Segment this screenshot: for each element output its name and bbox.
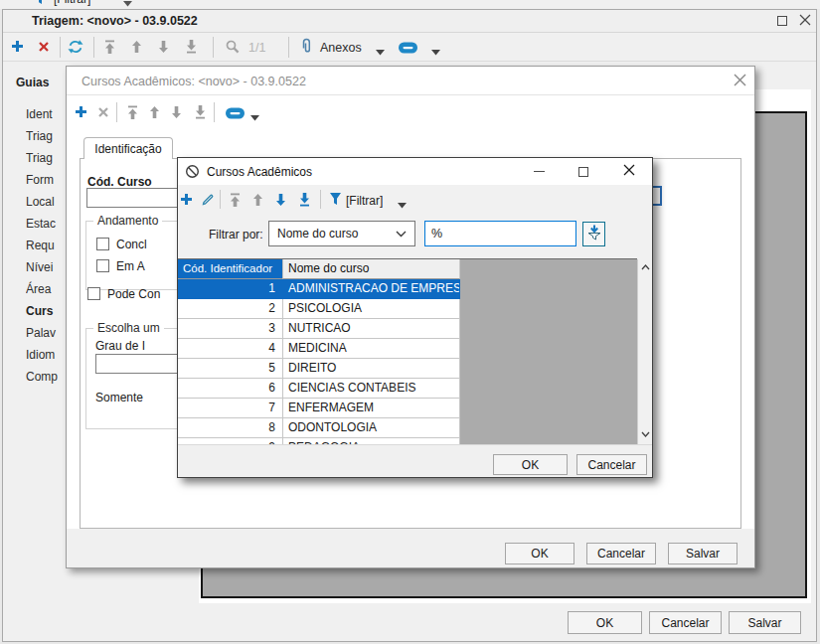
modal-edit-button[interactable]	[201, 193, 215, 210]
em-andamento-checkbox[interactable]	[96, 259, 109, 272]
arrow-down-icon	[170, 105, 183, 122]
scroll-up-button[interactable]	[638, 259, 652, 275]
dialog-save-button[interactable]: Salvar	[668, 543, 738, 564]
andamento-group-label: Andamento	[93, 214, 162, 228]
move-down-button[interactable]	[157, 40, 170, 57]
table-header: Cód. Identificador Nome do curso	[178, 259, 637, 279]
sidebar-item[interactable]: Curs	[26, 300, 68, 322]
arrow-bottom-icon	[185, 40, 198, 57]
chevron-down-icon[interactable]	[431, 45, 440, 59]
sidebar-item[interactable]: Estac	[26, 213, 68, 235]
table-row[interactable]: 7 ENFERMAGEM	[178, 399, 637, 418]
table-row[interactable]: 6 CIENCIAS CONTABEIS	[178, 379, 637, 399]
modal-maximize-button[interactable]	[567, 158, 600, 185]
chevron-down-icon[interactable]	[398, 198, 407, 212]
filter-field-select[interactable]: Nome do curso	[268, 221, 415, 246]
dialog-ok-button[interactable]: OK	[505, 543, 574, 564]
scroll-track[interactable]	[638, 275, 652, 426]
modal-close-button[interactable]	[610, 158, 648, 185]
print-button[interactable]	[398, 41, 418, 58]
background-window-strip: [Filtrar]	[0, 0, 820, 9]
sidebar-item[interactable]: Palav	[26, 322, 68, 344]
sidebar-item[interactable]: Triag	[26, 147, 68, 169]
delete-button[interactable]	[37, 40, 51, 57]
apply-filter-button[interactable]	[582, 222, 605, 246]
chevron-down-icon[interactable]	[250, 110, 259, 124]
dialog-move-down-button[interactable]	[170, 105, 183, 122]
goto-last-button[interactable]	[185, 40, 198, 57]
maximize-button[interactable]	[771, 12, 793, 30]
dialog-close-button[interactable]	[728, 72, 751, 91]
pode-checkbox[interactable]	[87, 287, 100, 300]
dialog-print-button[interactable]	[225, 106, 246, 123]
modal-title: Cursos Acadêmicos	[207, 165, 312, 179]
dialog-cancel-button[interactable]: Cancelar	[586, 543, 656, 564]
sidebar-item[interactable]: Ident	[26, 103, 68, 125]
delete-x-icon	[96, 105, 110, 122]
table-row[interactable]: 8 ODONTOLOGIA	[178, 418, 637, 438]
cell-name: PSICOLOGIA	[283, 299, 460, 319]
anexos-button[interactable]	[300, 38, 313, 58]
courses-table: Cód. Identificador Nome do curso 1 ADMIN…	[178, 258, 637, 448]
toolbar-separator	[220, 190, 221, 209]
dialog-delete-button[interactable]	[96, 105, 110, 122]
chevron-down-icon[interactable]	[376, 45, 385, 59]
anexos-label[interactable]: Anexos	[320, 41, 362, 55]
sidebar-item[interactable]: Form	[26, 169, 68, 191]
cell-name: NUTRICAO	[283, 319, 460, 339]
save-button[interactable]: Salvar	[729, 611, 801, 634]
dialog-goto-first-button[interactable]	[126, 105, 139, 122]
table-row[interactable]: 5 DIREITO	[178, 359, 637, 379]
modal-move-up-button[interactable]	[251, 193, 264, 210]
sidebar-item[interactable]: Requ	[26, 235, 68, 256]
table-scrollbar[interactable]	[637, 259, 652, 444]
concluido-checkbox[interactable]	[96, 238, 109, 250]
goto-first-button[interactable]	[103, 40, 116, 57]
filtrar-label[interactable]: [Filtrar]	[346, 194, 383, 208]
sidebar-item[interactable]: Comp	[26, 366, 68, 388]
dialog-move-up-button[interactable]	[148, 105, 161, 122]
sidebar-item[interactable]: Local	[26, 191, 68, 213]
col-header-name[interactable]: Nome do curso	[283, 259, 460, 279]
paperclip-icon	[300, 38, 313, 58]
cell-id: 5	[178, 359, 283, 379]
sidebar-item[interactable]: Nívei	[26, 256, 68, 278]
cell-name: CIENCIAS CONTABEIS	[283, 379, 460, 399]
modal-ok-button[interactable]: OK	[493, 454, 568, 475]
table-row[interactable]: 3 NUTRICAO	[178, 319, 637, 339]
modal-add-button[interactable]	[179, 192, 194, 210]
cell-id: 6	[178, 379, 283, 399]
cancel-button[interactable]: Cancelar	[649, 611, 722, 634]
table-row[interactable]: 1 ADMINISTRACAO DE EMPRESAS	[178, 279, 637, 299]
sidebar-item[interactable]: Área	[26, 278, 68, 300]
table-row[interactable]: 2 PSICOLOGIA	[178, 299, 637, 319]
scroll-down-button[interactable]	[638, 426, 652, 442]
modal-filter-button[interactable]	[329, 192, 342, 209]
filter-query-input[interactable]	[424, 221, 576, 246]
arrow-top-icon	[229, 193, 242, 210]
plus-icon	[10, 39, 25, 57]
tab-identificacao[interactable]: Identificação	[83, 137, 173, 159]
col-header-id[interactable]: Cód. Identificador	[178, 259, 283, 279]
modal-cancel-button[interactable]: Cancelar	[576, 454, 647, 475]
refresh-button[interactable]	[68, 39, 83, 58]
close-icon	[799, 14, 811, 29]
modal-goto-last-button[interactable]	[298, 193, 311, 210]
maximize-icon	[777, 16, 787, 26]
move-up-button[interactable]	[130, 40, 143, 57]
dialog-add-button[interactable]	[74, 104, 88, 122]
add-button[interactable]	[10, 39, 25, 57]
dialog-goto-last-button[interactable]	[194, 105, 207, 122]
sidebar-item[interactable]: Triag	[26, 125, 68, 147]
magnifier-icon	[225, 39, 241, 58]
sidebar-item[interactable]: Idiom	[26, 344, 68, 366]
search-button[interactable]	[225, 39, 241, 58]
table-row[interactable]: 4 MEDICINA	[178, 339, 637, 359]
modal-goto-first-button[interactable]	[229, 193, 242, 210]
cell-name: ENFERMAGEM	[283, 399, 460, 418]
close-button[interactable]	[795, 12, 815, 30]
background-filtrar-label: [Filtrar]	[54, 0, 90, 7]
ok-button[interactable]: OK	[568, 611, 642, 634]
modal-minimize-button[interactable]	[522, 158, 556, 185]
modal-move-down-button[interactable]	[274, 193, 287, 210]
